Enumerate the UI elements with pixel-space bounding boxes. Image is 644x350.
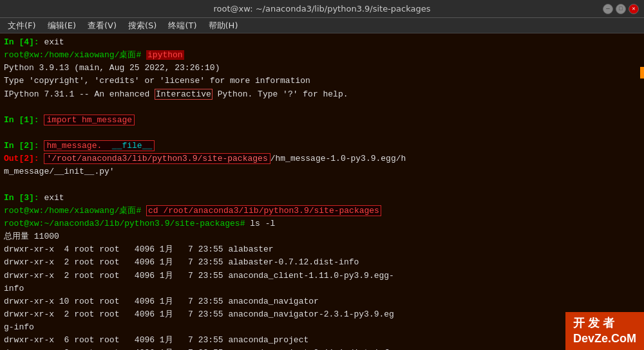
- terminal-line: drwxr-xr-x 2 root root 4096 1月 7 23:55 a…: [4, 347, 640, 350]
- maximize-button[interactable]: □: [616, 4, 626, 14]
- menu-terminal[interactable]: 终端(T): [163, 19, 202, 33]
- terminal-line: [4, 101, 640, 114]
- menu-search[interactable]: 搜索(S): [123, 19, 162, 33]
- cursor-bar: [640, 67, 644, 78]
- terminal-line: Type 'copyright', 'credits' or 'license'…: [4, 75, 640, 88]
- terminal-line: info: [4, 282, 640, 295]
- close-button[interactable]: ✕: [629, 4, 639, 14]
- menu-edit[interactable]: 编辑(E): [43, 19, 81, 33]
- terminal-content: In [4]: exit root@xw:/home/xiaowang/桌面# …: [0, 33, 644, 350]
- terminal-line: Out[2]: '/root/anaconda3/lib/python3.9/s…: [4, 152, 640, 165]
- terminal-line: 总用量 11000: [4, 230, 640, 243]
- minimize-button[interactable]: —: [603, 4, 613, 14]
- terminal-line: drwxr-xr-x 2 root root 4096 1月 7 23:55 a…: [4, 308, 640, 321]
- window-controls: — □ ✕: [603, 4, 639, 14]
- terminal-line: root@xw:~/anaconda3/lib/python3.9/site-p…: [4, 217, 640, 230]
- terminal-line: Python 3.9.13 (main, Aug 25 2022, 23:26:…: [4, 62, 640, 75]
- window-title: root@xw: ~/anaconda3/lib/python3.9/site-…: [213, 4, 430, 14]
- menu-view[interactable]: 查看(V): [82, 19, 122, 33]
- watermark-line2: DevZe.CoM: [573, 331, 636, 346]
- terminal-line: In [2]: hm_message. __file__: [4, 140, 640, 152]
- terminal-line: g-info: [4, 321, 640, 334]
- terminal-line: [4, 127, 640, 140]
- terminal-line: drwxr-xr-x 2 root root 4096 1月 7 23:55 a…: [4, 256, 640, 269]
- menu-help[interactable]: 帮助(H): [204, 19, 243, 33]
- terminal-line: In [4]: exit: [4, 36, 640, 49]
- menu-bar: 文件(F) 编辑(E) 查看(V) 搜索(S) 终端(T) 帮助(H): [0, 18, 644, 33]
- terminal-line: root@xw:/home/xiaowang/桌面# cd /root/anac…: [4, 205, 640, 217]
- terminal-line: drwxr-xr-x 10 root root 4096 1月 7 23:55 …: [4, 295, 640, 308]
- watermark: 开 发 者 DevZe.CoM: [565, 312, 644, 350]
- watermark-line1: 开 发 者: [573, 316, 636, 331]
- terminal-line: [4, 179, 640, 192]
- terminal-line: In [1]: import hm_message: [4, 114, 640, 127]
- title-bar: root@xw: ~/anaconda3/lib/python3.9/site-…: [0, 0, 644, 18]
- terminal-line: drwxr-xr-x 2 root root 4096 1月 7 23:55 a…: [4, 270, 640, 282]
- terminal-line: drwxr-xr-x 6 root root 4096 1月 7 23:55 a…: [4, 334, 640, 347]
- terminal-line: m_message/__init__.py': [4, 165, 640, 178]
- terminal-line: In [3]: exit: [4, 192, 640, 205]
- menu-file[interactable]: 文件(F): [3, 19, 41, 33]
- terminal-line: drwxr-xr-x 4 root root 4096 1月 7 23:55 a…: [4, 243, 640, 256]
- terminal-line: root@xw:/home/xiaowang/桌面# ipython: [4, 49, 640, 62]
- terminal-line: IPython 7.31.1 -- An enhanced Interactiv…: [4, 88, 640, 101]
